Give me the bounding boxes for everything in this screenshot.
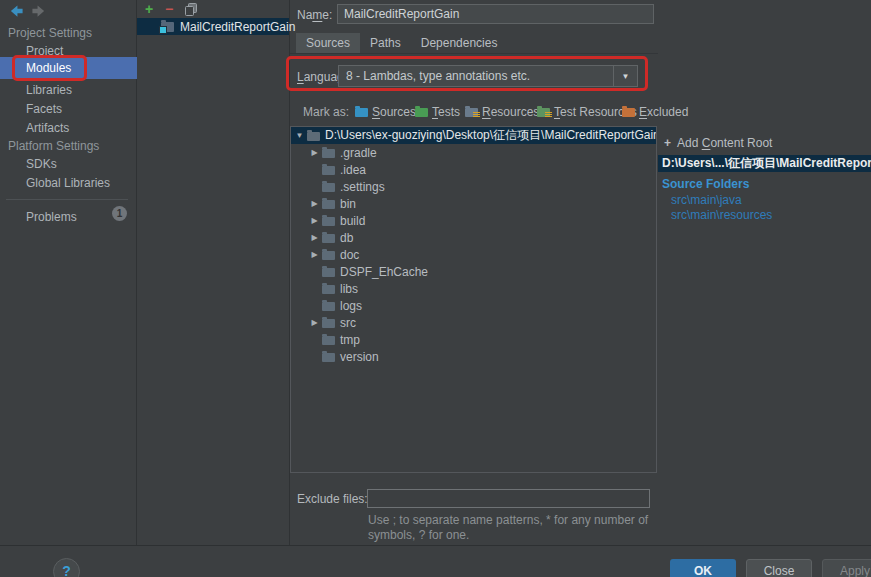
forward-arrow-icon[interactable] — [31, 4, 46, 21]
content-roots-panel: + Add Content Root D:\Users\...\征信项目\Mai… — [658, 0, 871, 545]
folder-icon — [322, 336, 335, 345]
excluded-folder-icon — [622, 108, 635, 117]
folder-icon — [322, 268, 335, 277]
expand-right-icon[interactable]: ▶ — [309, 250, 320, 259]
module-icon — [161, 22, 174, 32]
folder-icon — [322, 234, 335, 243]
close-button[interactable]: Close — [746, 559, 812, 577]
tree-row-src[interactable]: ▶ src — [291, 314, 656, 331]
add-module-button[interactable]: + — [145, 1, 153, 17]
sidebar-item-project[interactable]: Project — [26, 44, 63, 58]
sidebar-item-sdks[interactable]: SDKs — [26, 157, 57, 171]
sources-folder-icon — [355, 108, 368, 117]
chevron-down-icon[interactable]: ▼ — [613, 66, 637, 86]
tree-row-db[interactable]: ▶ db — [291, 229, 656, 246]
folder-icon — [307, 132, 320, 141]
tree-row-doc[interactable]: ▶ doc — [291, 246, 656, 263]
tree-row-dspf-ehcache[interactable]: DSPF_EhCache — [291, 263, 656, 280]
source-folder-link-java[interactable]: src\main\java — [671, 193, 742, 207]
tree-row-libs[interactable]: libs — [291, 280, 656, 297]
test-resources-folder-icon — [537, 108, 550, 117]
sidebar-divider — [6, 199, 128, 200]
sidebar-item-global-libraries[interactable]: Global Libraries — [26, 176, 110, 190]
exclude-files-hint: symbols, ? for one. — [368, 528, 469, 542]
module-editor-panel: Name: Sources Paths Dependencies Languag… — [290, 0, 658, 545]
mark-as-sources-label: Sources — [372, 105, 416, 119]
tree-row-bin[interactable]: ▶ bin — [291, 195, 656, 212]
exclude-files-input[interactable] — [367, 489, 650, 508]
tab-paths[interactable]: Paths — [360, 33, 411, 53]
mark-as-resources-button[interactable]: Resources — [465, 104, 539, 119]
ok-button[interactable]: OK — [670, 559, 736, 577]
tab-dependencies[interactable]: Dependencies — [411, 33, 508, 53]
module-list-panel: + − MailCreditReportGain — [137, 0, 290, 545]
plus-icon: + — [664, 136, 671, 150]
folder-icon — [322, 285, 335, 294]
tree-row-settings[interactable]: .settings — [291, 178, 656, 195]
problems-count-badge: 1 — [112, 206, 127, 221]
expand-right-icon[interactable]: ▶ — [309, 233, 320, 242]
tests-folder-icon — [415, 108, 428, 117]
expand-down-icon[interactable]: ▼ — [294, 131, 305, 140]
dialog-footer: ? OK Close Apply — [0, 545, 871, 577]
expand-right-icon[interactable]: ▶ — [309, 216, 320, 225]
resources-folder-icon — [465, 108, 478, 117]
expand-right-icon[interactable]: ▶ — [309, 318, 320, 327]
source-folders-heading: Source Folders — [662, 177, 749, 191]
tab-sources[interactable]: Sources — [296, 33, 360, 53]
source-folder-link-resources[interactable]: src\main\resources — [671, 208, 772, 222]
sidebar-item-artifacts[interactable]: Artifacts — [26, 121, 69, 135]
sidebar-item-libraries[interactable]: Libraries — [26, 83, 72, 97]
expand-right-icon[interactable]: ▶ — [309, 199, 320, 208]
back-arrow-icon[interactable] — [9, 4, 24, 21]
folder-icon — [322, 251, 335, 260]
project-settings-header: Project Settings — [8, 26, 92, 40]
folder-icon — [322, 302, 335, 311]
expand-right-icon[interactable]: ▶ — [309, 148, 320, 157]
language-level-value: 8 - Lambdas, type annotations etc. — [339, 66, 613, 86]
mark-as-tests-label: Tests — [432, 105, 460, 119]
tree-row-gradle[interactable]: ▶ .gradle — [291, 144, 656, 161]
help-button[interactable]: ? — [53, 558, 80, 577]
sidebar-item-problems[interactable]: Problems — [26, 210, 77, 224]
module-list-item[interactable]: MailCreditReportGain — [137, 18, 289, 35]
settings-sidebar: Project Settings Project Modules Librari… — [0, 0, 137, 545]
mark-as-sources-button[interactable]: Sources — [355, 104, 416, 119]
copy-module-icon[interactable] — [185, 3, 197, 19]
exclude-files-hint: Use ; to separate name patterns, * for a… — [368, 513, 648, 527]
module-name-input[interactable] — [337, 4, 654, 24]
exclude-files-label: Exclude files: — [297, 492, 368, 506]
language-level-select[interactable]: 8 - Lambdas, type annotations etc. ▼ — [338, 65, 638, 87]
mark-as-label: Mark as: — [303, 104, 349, 119]
folder-icon — [322, 166, 335, 175]
sidebar-item-facets[interactable]: Facets — [26, 102, 62, 116]
remove-module-button[interactable]: − — [165, 1, 173, 17]
module-tabs: Sources Paths Dependencies — [296, 33, 507, 53]
content-root-tree: ▼ D:\Users\ex-guoziying\Desktop\征信项目\Mai… — [290, 126, 657, 473]
name-label: Name: — [297, 8, 332, 22]
tree-row-version[interactable]: version — [291, 348, 656, 365]
tree-row-idea[interactable]: .idea — [291, 161, 656, 178]
tabs-divider — [290, 53, 658, 54]
mark-as-tests-button[interactable]: Tests — [415, 104, 460, 119]
module-name: MailCreditReportGain — [180, 20, 295, 34]
project-structure-dialog: Project Settings Project Modules Librari… — [0, 0, 871, 577]
add-content-root-button[interactable]: + Add Content Root — [664, 136, 772, 150]
tree-row-content-root[interactable]: ▼ D:\Users\ex-guoziying\Desktop\征信项目\Mai… — [291, 127, 656, 144]
content-root-path-header[interactable]: D:\Users\...\征信项目\MailCreditReportGain — [658, 155, 871, 172]
mark-as-resources-label: Resources — [482, 105, 539, 119]
folder-icon — [322, 183, 335, 192]
folder-icon — [322, 149, 335, 158]
folder-icon — [322, 319, 335, 328]
sidebar-item-modules[interactable]: Modules — [0, 57, 137, 79]
folder-icon — [322, 200, 335, 209]
tree-row-tmp[interactable]: tmp — [291, 331, 656, 348]
folder-icon — [322, 353, 335, 362]
folder-icon — [322, 217, 335, 226]
tree-row-logs[interactable]: logs — [291, 297, 656, 314]
add-content-root-label: Add Content Root — [677, 136, 772, 150]
apply-button: Apply — [822, 559, 871, 577]
platform-settings-header: Platform Settings — [8, 139, 99, 153]
tree-row-build[interactable]: ▶ build — [291, 212, 656, 229]
